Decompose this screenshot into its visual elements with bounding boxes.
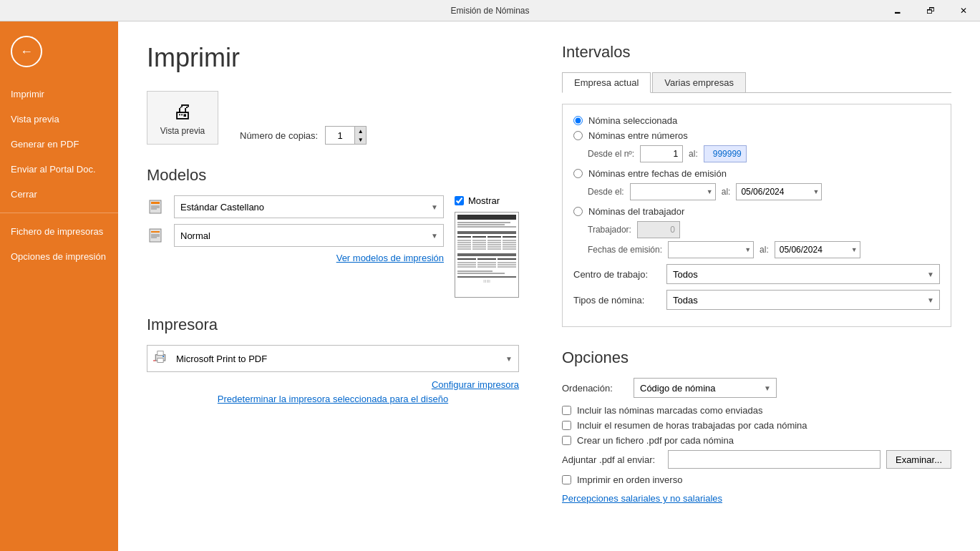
check1-row: Incluir las nóminas marcadas como enviad… bbox=[562, 405, 951, 416]
check3-checkbox[interactable] bbox=[562, 436, 571, 445]
configurar-impresora-link[interactable]: Configurar impresora bbox=[147, 379, 519, 390]
radio-nominas-trabajador[interactable] bbox=[573, 207, 583, 216]
check2-checkbox[interactable] bbox=[562, 421, 571, 430]
modelos-left: Estándar Castellano Normal bbox=[147, 195, 444, 263]
page-title: Imprimir bbox=[147, 43, 519, 73]
check1-checkbox[interactable] bbox=[562, 406, 571, 415]
check2-label[interactable]: Incluir el resumen de horas trabajadas p… bbox=[577, 420, 807, 431]
print-btn-area: 🖨 Vista previa Número de copias: ▲ ▼ bbox=[147, 91, 519, 145]
fechas-emision-sub: Fechas de emisión: al: 05/06/2024 bbox=[588, 241, 940, 258]
modelo1-select[interactable]: Estándar Castellano bbox=[174, 195, 444, 218]
nominas-fechas-sub: Desde el: al: 05/06/2024 bbox=[588, 183, 940, 200]
ordenacion-select[interactable]: Código de nómina bbox=[634, 378, 777, 398]
radio-nominas-fechas-row: Nóminas entre fechas de emisión bbox=[573, 168, 940, 179]
centro-trabajo-select-wrap: Todos bbox=[666, 264, 940, 284]
check4-label[interactable]: Imprimir en orden inverso bbox=[577, 474, 682, 485]
desde-n-input[interactable] bbox=[640, 145, 683, 162]
trabajador-input[interactable] bbox=[637, 221, 680, 238]
radio-nominas-fechas-label[interactable]: Nóminas entre fechas de emisión bbox=[588, 168, 727, 179]
back-button[interactable]: ← bbox=[11, 36, 42, 67]
close-button[interactable]: ✕ bbox=[947, 0, 980, 21]
modelo2-icon bbox=[147, 225, 167, 245]
copies-input[interactable] bbox=[326, 127, 354, 144]
intervalos-title: Intervalos bbox=[562, 43, 951, 62]
sidebar-item-cerrar[interactable]: Cerrar bbox=[0, 182, 118, 207]
tipos-nomina-select-wrap: Todas bbox=[666, 290, 940, 310]
percepciones-link[interactable]: Percepciones salariales y no salariales bbox=[562, 493, 722, 504]
sidebar-divider bbox=[0, 213, 118, 213]
predeterminar-link[interactable]: Predeterminar la impresora seleccionada … bbox=[147, 394, 519, 404]
printer-icon: 🖨 bbox=[173, 99, 193, 123]
sidebar-item-vista-previa[interactable]: Vista previa bbox=[0, 107, 118, 132]
al-n-input[interactable] bbox=[704, 145, 747, 162]
al-fecha-select[interactable]: 05/06/2024 bbox=[736, 183, 822, 200]
print-btn-label: Vista previa bbox=[160, 126, 205, 136]
radio-nominas-numeros[interactable] bbox=[573, 131, 583, 140]
sidebar-item-generar-pdf[interactable]: Generar en PDF bbox=[0, 132, 118, 157]
ver-modelos-link[interactable]: Ver modelos de impresión bbox=[147, 253, 444, 263]
modelos-section: Modelos Estándar Castellano bbox=[147, 166, 519, 298]
fechas-emision-desde-select[interactable] bbox=[668, 241, 754, 258]
modelo2-row: Normal bbox=[147, 224, 444, 247]
check4-checkbox[interactable] bbox=[562, 475, 571, 484]
radio-nominas-fechas[interactable] bbox=[573, 169, 583, 178]
ordenacion-label: Ordenación: bbox=[562, 383, 626, 394]
copies-spinners: ▲ ▼ bbox=[354, 127, 366, 144]
al-label-2: al: bbox=[722, 187, 731, 197]
back-icon: ← bbox=[20, 44, 33, 59]
mostrar-check-row: Mostrar bbox=[455, 195, 519, 206]
radio-nomina-seleccionada[interactable] bbox=[573, 116, 583, 125]
desde-fecha-select[interactable] bbox=[630, 183, 716, 200]
al-fecha-wrap: 05/06/2024 bbox=[736, 183, 822, 200]
tipos-nomina-row: Tipos de nómina: Todas bbox=[573, 290, 940, 310]
intervalos-content: Nómina seleccionada Nóminas entre número… bbox=[562, 104, 951, 327]
fechas-emision-al-wrap: 05/06/2024 bbox=[775, 241, 860, 258]
svg-rect-1 bbox=[151, 202, 160, 204]
tipos-nomina-select[interactable]: Todas bbox=[666, 290, 940, 310]
adjuntar-input[interactable] bbox=[668, 450, 880, 469]
tab-empresa-actual[interactable]: Empresa actual bbox=[562, 72, 651, 93]
radio-nominas-numeros-label[interactable]: Nóminas entre números bbox=[588, 130, 688, 141]
mostrar-checkbox[interactable] bbox=[455, 196, 464, 205]
impresora-title: Impresora bbox=[147, 316, 519, 334]
centro-trabajo-select[interactable]: Todos bbox=[666, 264, 940, 284]
tipos-nomina-label: Tipos de nómina: bbox=[573, 295, 659, 306]
sidebar: ← Imprimir Vista previa Generar en PDF E… bbox=[0, 21, 118, 551]
impresora-select[interactable]: Microsoft Print to PDF bbox=[173, 346, 518, 371]
check1-label[interactable]: Incluir las nóminas marcadas como enviad… bbox=[577, 405, 762, 416]
preview-area: Mostrar bbox=[455, 195, 519, 298]
copies-input-wrap: ▲ ▼ bbox=[325, 126, 367, 145]
main-content: Imprimir 🖨 Vista previa Número de copias… bbox=[118, 21, 980, 551]
printer-small-icon bbox=[147, 346, 173, 371]
left-panel: Imprimir 🖨 Vista previa Número de copias… bbox=[147, 43, 519, 530]
trabajador-label: Trabajador: bbox=[588, 225, 631, 235]
impresora-section: Impresora Microsoft Print to PDF Configu… bbox=[147, 316, 519, 404]
copies-up-button[interactable]: ▲ bbox=[354, 127, 366, 135]
check3-label[interactable]: Crear un fichero .pdf por cada nómina bbox=[577, 435, 734, 446]
sidebar-item-imprimir[interactable]: Imprimir bbox=[0, 82, 118, 107]
sidebar-item-fichero-impresoras[interactable]: Fichero de impresoras bbox=[0, 219, 118, 244]
copies-down-button[interactable]: ▼ bbox=[354, 135, 366, 144]
vista-previa-button[interactable]: 🖨 Vista previa bbox=[147, 91, 218, 145]
copies-area: Número de copias: ▲ ▼ bbox=[240, 126, 367, 145]
fechas-emision-al-select[interactable]: 05/06/2024 bbox=[775, 241, 860, 258]
svg-rect-5 bbox=[150, 229, 161, 242]
sidebar-item-opciones-impresion[interactable]: Opciones de impresión bbox=[0, 244, 118, 269]
modelo2-select[interactable]: Normal bbox=[174, 224, 444, 247]
minimize-button[interactable]: 🗕 bbox=[881, 0, 914, 21]
centro-trabajo-label: Centro de trabajo: bbox=[573, 269, 659, 280]
svg-rect-13 bbox=[162, 356, 164, 357]
svg-rect-11 bbox=[157, 359, 163, 363]
sidebar-item-enviar-portal[interactable]: Enviar al Portal Doc. bbox=[0, 157, 118, 182]
trabajador-row: Trabajador: bbox=[588, 221, 940, 238]
check2-row: Incluir el resumen de horas trabajadas p… bbox=[562, 420, 951, 431]
tab-varias-empresas[interactable]: Varias empresas bbox=[652, 72, 746, 92]
maximize-button[interactable]: 🗗 bbox=[914, 0, 947, 21]
examinar-button[interactable]: Examinar... bbox=[886, 450, 951, 469]
radio-nominas-trabajador-label[interactable]: Nóminas del trabajador bbox=[588, 206, 684, 217]
desde-fecha-label: Desde el: bbox=[588, 187, 624, 197]
mostrar-label[interactable]: Mostrar bbox=[468, 195, 500, 206]
tabs-bar: Empresa actual Varias empresas bbox=[562, 72, 951, 93]
radio-nomina-seleccionada-label[interactable]: Nómina seleccionada bbox=[588, 115, 677, 126]
adjuntar-label: Adjuntar .pdf al enviar: bbox=[562, 454, 662, 465]
